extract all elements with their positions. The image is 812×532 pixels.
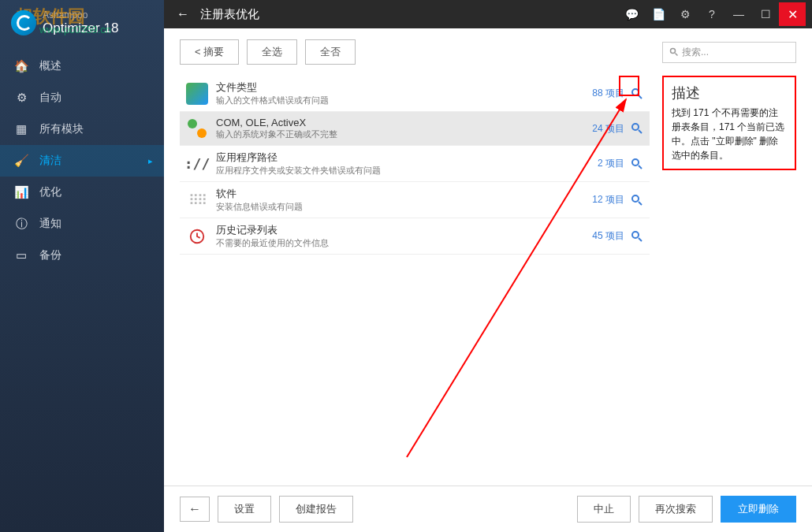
row-count: 24 项目 — [592, 122, 624, 136]
select-all-button[interactable]: 全选 — [247, 39, 297, 65]
row-desc: 安装信息错误或有问题 — [216, 201, 592, 213]
svg-line-7 — [639, 166, 642, 169]
magnify-icon[interactable] — [631, 194, 643, 206]
help-icon[interactable]: ? — [698, 2, 725, 26]
svg-point-11 — [632, 232, 639, 238]
magnify-icon[interactable] — [631, 87, 643, 100]
registry-list: 文件类型输入的文件格式错误或有问题 88 项目 COM, OLE, Active… — [180, 76, 650, 485]
magnify-icon[interactable] — [631, 122, 643, 135]
row-title: 历史记录列表 — [216, 223, 592, 237]
report-button[interactable]: 创建报告 — [279, 496, 353, 523]
window-controls: 💬 📄 ⚙ ? — ☐ ✕ — [618, 2, 806, 26]
page-title: 注册表优化 — [200, 7, 618, 22]
nav-overview[interactable]: 🏠概述 — [0, 50, 164, 82]
grid-icon: ▦ — [14, 122, 28, 136]
svg-line-5 — [639, 130, 642, 133]
nav-label: 所有模块 — [39, 122, 84, 136]
row-count: 2 项目 — [598, 157, 624, 170]
close-icon[interactable]: ✕ — [779, 2, 806, 26]
svg-point-4 — [632, 124, 639, 130]
footer-back-button[interactable]: ← — [180, 497, 210, 522]
nav-label: 通知 — [39, 217, 61, 231]
description-panel: 描述 找到 171 个不再需要的注册表条目，171 个当前已选中。点击 "立即删… — [662, 76, 796, 170]
com-icon — [186, 117, 208, 140]
svg-line-1 — [676, 54, 678, 56]
maximize-icon[interactable]: ☐ — [752, 2, 779, 26]
list-item[interactable]: ⠿⠿ 软件安装信息错误或有问题 12 项目 — [180, 182, 650, 218]
history-icon — [186, 225, 208, 247]
svg-line-9 — [639, 202, 642, 205]
list-item[interactable]: 历史记录列表不需要的最近使用的文件信息 45 项目 — [180, 218, 650, 255]
svg-point-0 — [671, 49, 676, 54]
magnify-icon[interactable] — [631, 158, 643, 170]
svg-line-12 — [639, 238, 642, 241]
svg-point-8 — [632, 195, 639, 202]
list-item[interactable]: 文件类型输入的文件格式错误或有问题 88 项目 — [180, 76, 650, 112]
svg-point-6 — [632, 159, 639, 166]
nav-auto[interactable]: ⚙自动 — [0, 82, 164, 113]
path-icon: :// — [186, 153, 208, 175]
row-desc: 应用程序文件夹或安装文件夹错误或有问题 — [216, 165, 598, 177]
nav-label: 备份 — [39, 248, 61, 262]
nav-label: 优化 — [39, 185, 61, 199]
gauge-icon: 📊 — [14, 185, 28, 199]
row-count: 12 项目 — [592, 193, 624, 206]
search-input[interactable]: 搜索... — [662, 42, 796, 63]
watermark-line2: www.pc0359.cn — [39, 24, 111, 35]
list-item[interactable]: COM, OLE, ActiveX输入的系统对象不正确或不完整 24 项目 — [180, 112, 650, 146]
nav-backup[interactable]: ▭备份 — [0, 240, 164, 271]
nav-modules[interactable]: ▦所有模块 — [0, 113, 164, 145]
row-title: COM, OLE, ActiveX — [216, 117, 592, 128]
logo-area: 超软件园 www.pc0359.cn Ashampoo Optimizer 18 — [0, 0, 164, 50]
info-icon: ⓘ — [14, 217, 28, 231]
svg-point-2 — [632, 89, 639, 95]
search-placeholder: 搜索... — [682, 46, 709, 59]
description-body: 找到 171 个不再需要的注册表条目，171 个当前已选中。点击 "立即删除" … — [672, 106, 787, 162]
select-none-button[interactable]: 全否 — [305, 39, 356, 65]
rescan-button[interactable]: 再次搜索 — [639, 496, 713, 523]
chat-icon[interactable]: 💬 — [618, 2, 645, 26]
note-icon[interactable]: 📄 — [645, 2, 672, 26]
filetype-icon — [186, 83, 208, 105]
nav-label: 自动 — [39, 91, 61, 105]
broom-icon: 🧹 — [14, 154, 28, 168]
nav-clean[interactable]: 🧹清洁 — [0, 145, 164, 177]
search-icon — [669, 47, 679, 57]
row-title: 应用程序路径 — [216, 151, 598, 165]
description-title: 描述 — [672, 84, 787, 102]
summary-button[interactable]: < 摘要 — [180, 39, 239, 65]
list-item[interactable]: :// 应用程序路径应用程序文件夹或安装文件夹错误或有问题 2 项目 — [180, 146, 650, 182]
row-count: 45 项目 — [592, 229, 624, 243]
footer: ← 设置 创建报告 中止 再次搜索 立即删除 — [164, 485, 812, 532]
row-count: 88 项目 — [592, 87, 624, 100]
svg-line-3 — [639, 95, 642, 99]
stop-button[interactable]: 中止 — [577, 496, 631, 523]
sidebar: 超软件园 www.pc0359.cn Ashampoo Optimizer 18… — [0, 0, 164, 532]
nav-optimize[interactable]: 📊优化 — [0, 177, 164, 208]
row-desc: 不需要的最近使用的文件信息 — [216, 237, 592, 249]
app-logo-icon — [11, 10, 36, 35]
content-area: 文件类型输入的文件格式错误或有问题 88 项目 COM, OLE, Active… — [164, 76, 812, 485]
nav-label: 概述 — [39, 59, 61, 73]
titlebar: ← 注册表优化 💬 📄 ⚙ ? — ☐ ✕ — [164, 0, 812, 28]
row-title: 文件类型 — [216, 80, 592, 95]
row-desc: 输入的文件格式错误或有问题 — [216, 95, 592, 106]
toolbar: < 摘要 全选 全否 搜索... — [164, 28, 812, 76]
delete-now-button[interactable]: 立即删除 — [721, 496, 796, 523]
backup-icon: ▭ — [14, 248, 28, 262]
nav-notify[interactable]: ⓘ通知 — [0, 208, 164, 240]
gear-icon[interactable]: ⚙ — [672, 2, 698, 26]
auto-icon: ⚙ — [14, 91, 28, 105]
row-desc: 输入的系统对象不正确或不完整 — [216, 128, 592, 140]
software-icon: ⠿⠿ — [186, 189, 208, 211]
nav-list: 🏠概述 ⚙自动 ▦所有模块 🧹清洁 📊优化 ⓘ通知 ▭备份 — [0, 50, 164, 532]
main-area: ← 注册表优化 💬 📄 ⚙ ? — ☐ ✕ < 摘要 全选 全否 搜索... 文… — [164, 0, 812, 532]
magnify-icon[interactable] — [631, 230, 643, 243]
settings-button[interactable]: 设置 — [218, 496, 271, 523]
row-title: 软件 — [216, 187, 592, 201]
minimize-icon[interactable]: — — [725, 2, 752, 26]
nav-label: 清洁 — [39, 154, 61, 168]
home-icon: 🏠 — [14, 59, 28, 73]
back-button[interactable]: ← — [170, 4, 196, 24]
